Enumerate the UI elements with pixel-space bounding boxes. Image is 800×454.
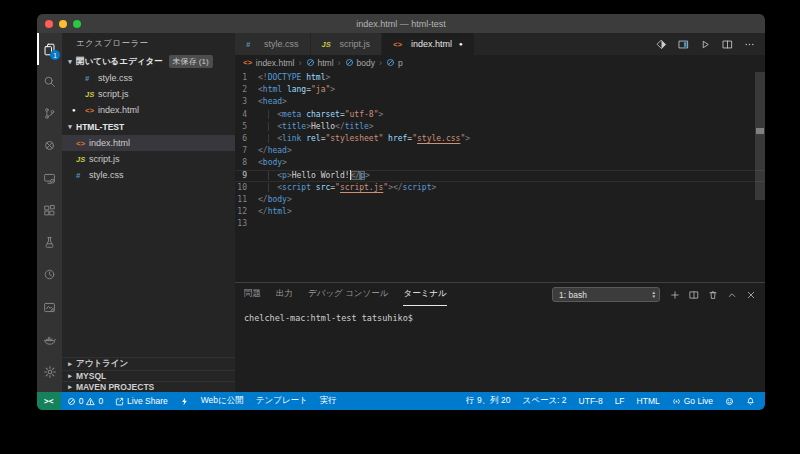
symbol-icon bbox=[386, 58, 395, 67]
activity-remote-explorer[interactable] bbox=[37, 162, 62, 194]
tab-index.html[interactable]: <>index.html● bbox=[382, 33, 475, 55]
close-button[interactable] bbox=[746, 290, 756, 300]
status-publish-web[interactable]: Webに公開 bbox=[195, 392, 250, 410]
run-button[interactable] bbox=[700, 39, 711, 50]
panel-tab-問題[interactable]: 問題 bbox=[244, 283, 261, 306]
open-preview-button[interactable] bbox=[678, 39, 689, 50]
tree-file-row[interactable]: #style.css bbox=[62, 167, 235, 183]
zoom-window-button[interactable] bbox=[73, 20, 81, 28]
status-live-share[interactable]: Live Share bbox=[109, 392, 174, 410]
tree-file-row[interactable]: <>index.html bbox=[62, 135, 235, 151]
scrollbar-cursor-marker bbox=[756, 128, 764, 134]
status-text: テンプレート bbox=[256, 395, 308, 407]
panel-tab-ターミナル[interactable]: ターミナル bbox=[403, 283, 446, 306]
split-button[interactable] bbox=[689, 290, 699, 300]
status-problems[interactable]: 00 bbox=[61, 392, 109, 410]
breadcrumb-item-body[interactable]: body bbox=[345, 58, 375, 68]
code-editor[interactable]: 1<!DOCTYPE html>2<html lang="ja">3<head>… bbox=[235, 70, 765, 282]
activity-extensions[interactable] bbox=[37, 194, 62, 226]
activity-test[interactable] bbox=[37, 227, 62, 259]
source-control-icon bbox=[43, 107, 56, 120]
status-left: ><00Live ShareWebに公開テンプレート実行 bbox=[37, 392, 343, 410]
code-line: 8<body> bbox=[235, 157, 765, 169]
chevron-up-button[interactable] bbox=[727, 290, 737, 300]
format-button[interactable] bbox=[656, 39, 667, 50]
tree-file-row[interactable]: JSscript.js bbox=[62, 151, 235, 167]
open-editor-row[interactable]: ●<>index.html bbox=[62, 102, 235, 118]
code-token: link bbox=[282, 134, 301, 143]
section-label: MYSQL bbox=[76, 371, 106, 381]
breadcrumb-item-html[interactable]: html bbox=[306, 58, 334, 68]
status-eol[interactable]: LF bbox=[609, 392, 631, 410]
terminal-shell-select[interactable]: 1: bash ▲▼ bbox=[552, 287, 660, 302]
status-cursor-position[interactable]: 行 9、列 20 bbox=[460, 392, 516, 410]
sidebar-section-アウトライン[interactable]: ▸アウトライン bbox=[62, 357, 235, 370]
folder-header[interactable]: ▾ HTML-TEST bbox=[62, 118, 235, 135]
code-token: lang bbox=[287, 85, 306, 94]
title-bar[interactable]: index.html — html-test bbox=[37, 14, 765, 33]
tab-script.js[interactable]: JSscript.js bbox=[311, 33, 383, 55]
code-token: html bbox=[263, 85, 282, 94]
code-token: > bbox=[465, 134, 470, 143]
activity-code-time[interactable] bbox=[37, 259, 62, 291]
chevron-down-icon: ▾ bbox=[65, 123, 75, 131]
code-token: > bbox=[325, 73, 330, 82]
sidebar-section-mysql[interactable]: ▸MYSQL bbox=[62, 370, 235, 381]
status-text: スペース: 2 bbox=[522, 395, 566, 407]
status-language-mode[interactable]: HTML bbox=[631, 392, 666, 410]
status-go-live[interactable]: Go Live bbox=[666, 392, 719, 410]
open-editor-row[interactable]: #style.css bbox=[62, 70, 235, 86]
status-notifications[interactable] bbox=[740, 392, 761, 410]
code-token: title bbox=[282, 122, 306, 131]
minimize-window-button[interactable] bbox=[59, 20, 67, 28]
panel-tab-デバッグ コンソール[interactable]: デバッグ コンソール bbox=[308, 283, 388, 306]
open-editor-row[interactable]: JSscript.js bbox=[62, 86, 235, 102]
tab-style.css[interactable]: #style.css bbox=[235, 33, 311, 55]
line-content: <script src="script.js"></script> bbox=[258, 182, 436, 194]
activity-debug[interactable] bbox=[37, 130, 62, 162]
panel-tab-出力[interactable]: 出力 bbox=[276, 283, 293, 306]
status-text: 実行 bbox=[320, 395, 337, 407]
status-remote-indicator[interactable]: >< bbox=[37, 392, 61, 410]
open-editors-header[interactable]: ▾ 開いているエディター 未保存 (1) bbox=[62, 53, 235, 70]
chevron-right-icon: ▸ bbox=[65, 383, 75, 391]
breadcrumb-item-index.html[interactable]: <>index.html bbox=[243, 58, 295, 68]
chevron-up-icon bbox=[727, 290, 737, 300]
status-run-task[interactable]: 実行 bbox=[314, 392, 343, 410]
terminal-output[interactable]: chelchel-mac:html-test tatsuhiko$ bbox=[235, 306, 765, 392]
status-text: Webに公開 bbox=[201, 395, 244, 407]
status-encoding[interactable]: UTF-8 bbox=[573, 392, 609, 410]
line-content: </html> bbox=[258, 206, 292, 218]
activity-search[interactable] bbox=[37, 65, 62, 97]
section-label: アウトライン bbox=[76, 358, 128, 370]
editor-scrollbar[interactable] bbox=[755, 72, 765, 200]
panel-tabs: 問題出力デバッグ コンソールターミナル bbox=[244, 283, 447, 306]
code-line: 12</html> bbox=[235, 206, 765, 218]
trash-button[interactable] bbox=[708, 290, 718, 300]
activity-explorer[interactable]: 1 bbox=[37, 33, 62, 65]
code-token: > bbox=[365, 171, 370, 180]
css-file-icon: # bbox=[85, 74, 98, 83]
add-button[interactable] bbox=[670, 290, 680, 300]
breadcrumb-item-p[interactable]: p bbox=[386, 58, 403, 68]
sidebar-title: エクスプローラー bbox=[62, 33, 235, 53]
activity-source-control[interactable] bbox=[37, 98, 62, 130]
image-signal-icon bbox=[43, 301, 56, 314]
code-token: head bbox=[263, 97, 282, 106]
more-actions-button[interactable] bbox=[744, 39, 755, 50]
activity-manage[interactable] bbox=[37, 356, 62, 388]
activity-docker[interactable] bbox=[37, 323, 62, 355]
file-name: style.css bbox=[89, 170, 124, 180]
split-editor-button[interactable] bbox=[722, 39, 733, 50]
status-azure-zap[interactable] bbox=[174, 392, 195, 410]
status-feedback[interactable] bbox=[719, 392, 740, 410]
tab-bar-tabs: #style.cssJSscript.js<>index.html● bbox=[235, 33, 475, 55]
status-indentation[interactable]: スペース: 2 bbox=[516, 392, 572, 410]
close-window-button[interactable] bbox=[45, 20, 53, 28]
activity-live-preview[interactable] bbox=[37, 291, 62, 323]
status-template[interactable]: テンプレート bbox=[250, 392, 314, 410]
code-line: 9 <p>Hello World!</p> bbox=[235, 170, 765, 182]
css-file-icon: # bbox=[246, 40, 259, 49]
sidebar-section-maven-projects[interactable]: ▸MAVEN PROJECTS bbox=[62, 381, 235, 392]
code-token: </ bbox=[258, 146, 268, 155]
